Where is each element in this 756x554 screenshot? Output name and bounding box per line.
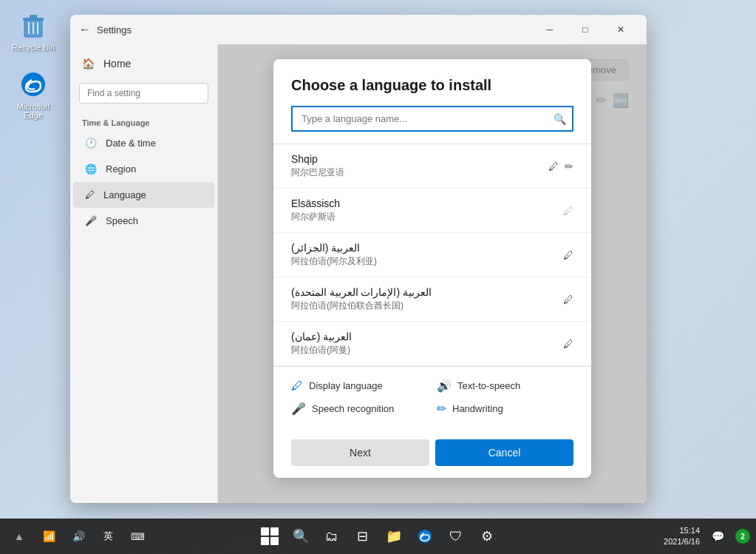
modal-overlay: Choose a language to install 🔍 Shqip — [218, 44, 647, 503]
display-language-icon: 🖊 — [291, 379, 303, 393]
svg-point-6 — [21, 72, 45, 96]
list-item[interactable]: العربية (عمان) 阿拉伯语(阿曼) 🖊 — [273, 322, 591, 366]
list-item[interactable]: Shqip 阿尔巴尼亚语 🖊 ✏ — [273, 144, 591, 189]
edge-icon[interactable]: Microsoft Edge — [7, 67, 59, 123]
sidebar-home[interactable]: 🏠 Home — [70, 50, 217, 77]
sidebar-item-date-time[interactable]: 🕐 Date & time — [73, 130, 214, 156]
edge-taskbar-button[interactable] — [412, 523, 438, 550]
cancel-button[interactable]: Cancel — [435, 439, 573, 466]
battery-indicator: 2 — [735, 529, 750, 544]
sidebar-section-label: Time & Language — [70, 109, 217, 130]
settings-title: Settings — [97, 24, 132, 36]
settings-main: Options Remove 🖊📋🎤✏🔤 Choose a language t… — [218, 44, 647, 503]
sidebar-item-speech[interactable]: 🎤 Speech — [73, 208, 214, 234]
speech-icon: 🎤 — [85, 215, 97, 226]
next-button[interactable]: Next — [291, 439, 429, 466]
modal-buttons: Next Cancel — [273, 428, 591, 478]
feature-text-to-speech: 🔊 Text-to-speech — [437, 379, 573, 393]
feature-handwriting: ✏ Handwriting — [437, 402, 573, 416]
network-icon[interactable]: 📶 — [35, 523, 62, 550]
list-item[interactable]: العربية (الجزائر) 阿拉伯语(阿尔及利亚) 🖊 — [273, 233, 591, 277]
recycle-bin-icon[interactable]: Recycle Bin — [7, 7, 59, 55]
list-item[interactable]: العربية (الإمارات العربية المتحدة) 阿拉伯语(… — [273, 277, 591, 322]
settings-sidebar: 🏠 Home Time & Language 🕐 Date & time 🌐 R… — [70, 44, 218, 503]
task-view-button[interactable]: 🗂 — [319, 523, 345, 550]
language-list: Shqip 阿尔巴尼亚语 🖊 ✏ Elsässisch — [273, 143, 591, 366]
sidebar-search-input[interactable] — [79, 83, 208, 104]
language-native: 阿尔巴尼亚语 — [291, 166, 344, 179]
taskbar-right: 15:14 2021/6/16 💬 2 — [664, 518, 756, 554]
xbox-button[interactable]: 🛡 — [443, 523, 469, 550]
display-lang-icon: 🖊 — [563, 294, 573, 305]
language-name: العربية (الإمارات العربية المتحدة) — [291, 286, 432, 298]
modal-search-container: 🔍 — [291, 106, 573, 132]
taskbar-center: 🔍 🗂 ⊟ 📁 🛡 ⚙ — [256, 523, 500, 550]
language-name: Elsässisch — [291, 197, 340, 209]
features-section: 🖊 Display language 🔊 Text-to-speech 🎤 Sp… — [273, 366, 591, 428]
close-button[interactable]: ✕ — [604, 18, 638, 41]
language-icon: 🖊 — [85, 189, 95, 200]
notification-icon[interactable]: 💬 — [704, 523, 731, 550]
date-time-icon: 🕐 — [85, 138, 97, 149]
region-icon: 🌐 — [85, 163, 97, 175]
language-name: العربية (الجزائر) — [291, 242, 377, 254]
settings-taskbar-button[interactable]: ⚙ — [474, 523, 500, 550]
home-icon: 🏠 — [82, 58, 95, 70]
modal-header: Choose a language to install 🔍 — [273, 59, 591, 143]
svg-rect-2 — [30, 15, 37, 18]
feature-speech-recognition: 🎤 Speech recognition — [291, 402, 428, 416]
taskbar-left: ▲ 📶 🔊 英 ⌨ — [0, 523, 151, 550]
list-item[interactable]: Elsässisch 阿尔萨斯语 🖊 — [273, 189, 591, 233]
start-button[interactable] — [256, 523, 283, 550]
widgets-button[interactable]: ⊟ — [350, 523, 376, 550]
settings-window: ← Settings ─ □ ✕ 🏠 Home Time & Language … — [70, 15, 647, 503]
sidebar-item-language[interactable]: 🖊 Language — [73, 182, 214, 208]
display-lang-icon: 🖊 — [548, 161, 559, 172]
language-install-modal: Choose a language to install 🔍 Shqip — [273, 59, 591, 478]
speech-recognition-icon: 🎤 — [291, 402, 306, 416]
taskbar: ▲ 📶 🔊 英 ⌨ 🔍 🗂 ⊟ 📁 🛡 ⚙ 15:14 — [0, 518, 756, 554]
language-native: 阿拉伯语(阿拉伯联合酋长国) — [291, 300, 432, 312]
language-name: Shqip — [291, 153, 344, 165]
explorer-button[interactable]: 📁 — [381, 523, 407, 550]
handwriting-icon: ✏ — [565, 161, 573, 172]
display-lang-icon: 🖊 — [563, 338, 573, 350]
display-lang-icon: 🖊 — [563, 249, 573, 261]
language-native: 阿尔萨斯语 — [291, 211, 340, 223]
search-button[interactable]: 🔍 — [287, 523, 314, 550]
sidebar-search-container — [79, 83, 208, 104]
language-native: 阿拉伯语(阿曼) — [291, 344, 352, 357]
text-to-speech-icon: 🔊 — [437, 379, 452, 393]
feature-display-language: 🖊 Display language — [291, 379, 428, 393]
language-search-input[interactable] — [291, 106, 573, 132]
search-icon: 🔍 — [554, 113, 566, 125]
modal-title: Choose a language to install — [291, 77, 573, 94]
input-method-label[interactable]: 英 — [95, 523, 121, 550]
sidebar-item-region[interactable]: 🌐 Region — [73, 156, 214, 182]
back-button[interactable]: ← — [79, 23, 91, 36]
handwriting-icon: ✏ — [437, 402, 446, 416]
maximize-button[interactable]: □ — [568, 18, 602, 41]
display-lang-icon: 🖊 — [563, 205, 573, 217]
minimize-button[interactable]: ─ — [533, 18, 567, 41]
settings-titlebar: ← Settings ─ □ ✕ — [70, 15, 647, 44]
taskbar-clock[interactable]: 15:14 2021/6/16 — [664, 525, 700, 548]
window-controls: ─ □ ✕ — [533, 18, 638, 41]
language-name: العربية (عمان) — [291, 331, 352, 342]
language-native: 阿拉伯语(阿尔及利亚) — [291, 255, 377, 268]
system-tray-icon[interactable]: ▲ — [6, 523, 33, 550]
keyboard-icon[interactable]: ⌨ — [124, 523, 151, 550]
volume-icon[interactable]: 🔊 — [65, 523, 92, 550]
